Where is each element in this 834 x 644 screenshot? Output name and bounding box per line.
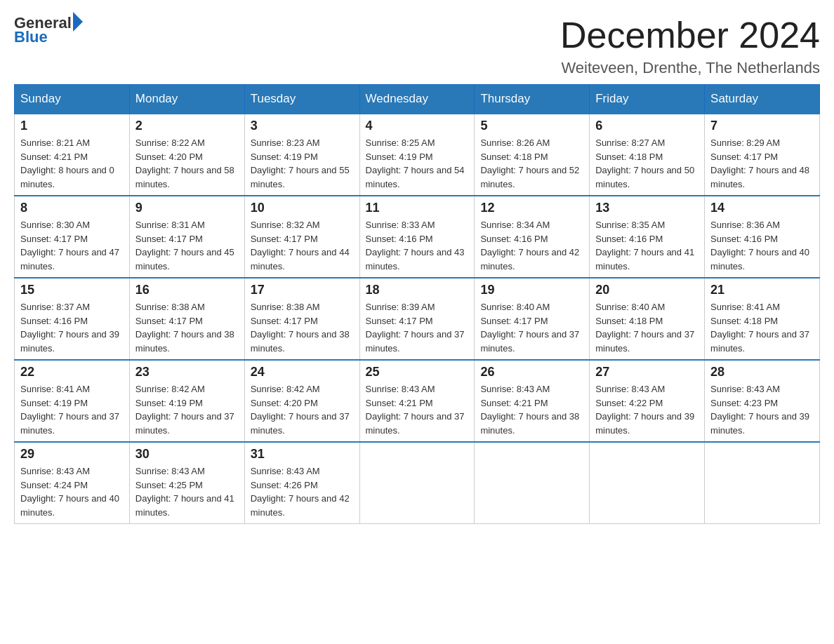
- calendar-cell: 8 Sunrise: 8:30 AMSunset: 4:17 PMDayligh…: [15, 196, 130, 278]
- month-year-title: December 2024: [560, 14, 820, 56]
- day-info: Sunrise: 8:21 AMSunset: 4:21 PMDaylight:…: [20, 136, 124, 191]
- calendar-cell: [475, 442, 590, 524]
- calendar-cell: 13 Sunrise: 8:35 AMSunset: 4:16 PMDaylig…: [590, 196, 705, 278]
- calendar-cell: 27 Sunrise: 8:43 AMSunset: 4:22 PMDaylig…: [590, 360, 705, 442]
- calendar-cell: 5 Sunrise: 8:26 AMSunset: 4:18 PMDayligh…: [475, 114, 590, 196]
- day-info: Sunrise: 8:27 AMSunset: 4:18 PMDaylight:…: [595, 136, 699, 191]
- day-info: Sunrise: 8:31 AMSunset: 4:17 PMDaylight:…: [135, 218, 239, 273]
- day-info: Sunrise: 8:43 AMSunset: 4:21 PMDaylight:…: [480, 382, 583, 437]
- day-info: Sunrise: 8:37 AMSunset: 4:16 PMDaylight:…: [20, 300, 124, 355]
- calendar-cell: 23 Sunrise: 8:42 AMSunset: 4:19 PMDaylig…: [129, 360, 244, 442]
- day-number: 8: [20, 201, 124, 215]
- week-row-4: 22 Sunrise: 8:41 AMSunset: 4:19 PMDaylig…: [15, 360, 820, 442]
- calendar-cell: [705, 442, 820, 524]
- calendar-cell: 21 Sunrise: 8:41 AMSunset: 4:18 PMDaylig…: [705, 278, 820, 360]
- week-row-2: 8 Sunrise: 8:30 AMSunset: 4:17 PMDayligh…: [15, 196, 820, 278]
- day-number: 6: [595, 119, 699, 133]
- day-info: Sunrise: 8:26 AMSunset: 4:18 PMDaylight:…: [480, 136, 583, 191]
- calendar-cell: 1 Sunrise: 8:21 AMSunset: 4:21 PMDayligh…: [15, 114, 130, 196]
- day-number: 17: [251, 283, 354, 297]
- day-number: 15: [20, 283, 124, 297]
- day-number: 9: [135, 201, 239, 215]
- calendar-cell: 11 Sunrise: 8:33 AMSunset: 4:16 PMDaylig…: [359, 196, 475, 278]
- day-number: 22: [20, 365, 124, 380]
- day-info: Sunrise: 8:38 AMSunset: 4:17 PMDaylight:…: [251, 300, 354, 355]
- day-info: Sunrise: 8:43 AMSunset: 4:21 PMDaylight:…: [366, 382, 469, 437]
- day-info: Sunrise: 8:41 AMSunset: 4:19 PMDaylight:…: [20, 382, 124, 437]
- day-number: 18: [366, 283, 469, 297]
- day-number: 16: [135, 283, 239, 297]
- day-info: Sunrise: 8:35 AMSunset: 4:16 PMDaylight:…: [595, 218, 699, 273]
- logo: General Blue: [14, 14, 83, 46]
- day-info: Sunrise: 8:34 AMSunset: 4:16 PMDaylight:…: [480, 218, 583, 273]
- title-section: December 2024 Weiteveen, Drenthe, The Ne…: [560, 14, 820, 77]
- day-info: Sunrise: 8:25 AMSunset: 4:19 PMDaylight:…: [366, 136, 469, 191]
- calendar-cell: 4 Sunrise: 8:25 AMSunset: 4:19 PMDayligh…: [359, 114, 475, 196]
- day-number: 27: [595, 365, 699, 380]
- day-info: Sunrise: 8:32 AMSunset: 4:17 PMDaylight:…: [251, 218, 354, 273]
- calendar-cell: [590, 442, 705, 524]
- col-friday: Friday: [590, 85, 705, 114]
- day-number: 26: [480, 365, 583, 380]
- col-saturday: Saturday: [705, 85, 820, 114]
- day-number: 3: [251, 119, 354, 133]
- week-row-5: 29 Sunrise: 8:43 AMSunset: 4:24 PMDaylig…: [15, 442, 820, 524]
- day-number: 1: [20, 119, 124, 133]
- day-number: 19: [480, 283, 583, 297]
- calendar-cell: 26 Sunrise: 8:43 AMSunset: 4:21 PMDaylig…: [475, 360, 590, 442]
- week-row-3: 15 Sunrise: 8:37 AMSunset: 4:16 PMDaylig…: [15, 278, 820, 360]
- calendar-cell: 22 Sunrise: 8:41 AMSunset: 4:19 PMDaylig…: [15, 360, 130, 442]
- calendar-cell: 24 Sunrise: 8:42 AMSunset: 4:20 PMDaylig…: [244, 360, 359, 442]
- calendar-cell: 20 Sunrise: 8:40 AMSunset: 4:18 PMDaylig…: [590, 278, 705, 360]
- day-number: 28: [710, 365, 814, 380]
- day-number: 25: [366, 365, 469, 380]
- day-number: 5: [480, 119, 583, 133]
- day-number: 30: [135, 447, 239, 462]
- week-row-1: 1 Sunrise: 8:21 AMSunset: 4:21 PMDayligh…: [15, 114, 820, 196]
- col-wednesday: Wednesday: [359, 85, 475, 114]
- calendar-header-row: Sunday Monday Tuesday Wednesday Thursday…: [15, 85, 820, 114]
- col-sunday: Sunday: [15, 85, 130, 114]
- day-info: Sunrise: 8:40 AMSunset: 4:17 PMDaylight:…: [480, 300, 583, 355]
- day-number: 4: [366, 119, 469, 133]
- calendar-cell: [359, 442, 475, 524]
- day-info: Sunrise: 8:39 AMSunset: 4:17 PMDaylight:…: [366, 300, 469, 355]
- day-info: Sunrise: 8:43 AMSunset: 4:26 PMDaylight:…: [251, 464, 354, 519]
- calendar-cell: 14 Sunrise: 8:36 AMSunset: 4:16 PMDaylig…: [705, 196, 820, 278]
- calendar-cell: 15 Sunrise: 8:37 AMSunset: 4:16 PMDaylig…: [15, 278, 130, 360]
- calendar-cell: 3 Sunrise: 8:23 AMSunset: 4:19 PMDayligh…: [244, 114, 359, 196]
- day-number: 31: [251, 447, 354, 462]
- day-info: Sunrise: 8:43 AMSunset: 4:23 PMDaylight:…: [710, 382, 814, 437]
- day-info: Sunrise: 8:22 AMSunset: 4:20 PMDaylight:…: [135, 136, 239, 191]
- calendar-cell: 25 Sunrise: 8:43 AMSunset: 4:21 PMDaylig…: [359, 360, 475, 442]
- calendar-cell: 17 Sunrise: 8:38 AMSunset: 4:17 PMDaylig…: [244, 278, 359, 360]
- day-number: 7: [710, 119, 814, 133]
- calendar-cell: 10 Sunrise: 8:32 AMSunset: 4:17 PMDaylig…: [244, 196, 359, 278]
- day-info: Sunrise: 8:42 AMSunset: 4:20 PMDaylight:…: [251, 382, 354, 437]
- calendar-cell: 29 Sunrise: 8:43 AMSunset: 4:24 PMDaylig…: [15, 442, 130, 524]
- day-number: 24: [251, 365, 354, 380]
- col-monday: Monday: [129, 85, 244, 114]
- day-info: Sunrise: 8:38 AMSunset: 4:17 PMDaylight:…: [135, 300, 239, 355]
- day-info: Sunrise: 8:43 AMSunset: 4:25 PMDaylight:…: [135, 464, 239, 519]
- calendar-cell: 7 Sunrise: 8:29 AMSunset: 4:17 PMDayligh…: [705, 114, 820, 196]
- day-number: 20: [595, 283, 699, 297]
- day-number: 21: [710, 283, 814, 297]
- location-subtitle: Weiteveen, Drenthe, The Netherlands: [560, 59, 820, 77]
- calendar-cell: 16 Sunrise: 8:38 AMSunset: 4:17 PMDaylig…: [129, 278, 244, 360]
- day-number: 10: [251, 201, 354, 215]
- calendar-cell: 19 Sunrise: 8:40 AMSunset: 4:17 PMDaylig…: [475, 278, 590, 360]
- col-thursday: Thursday: [475, 85, 590, 114]
- calendar-cell: 28 Sunrise: 8:43 AMSunset: 4:23 PMDaylig…: [705, 360, 820, 442]
- logo-triangle-icon: [73, 12, 83, 32]
- calendar-cell: 30 Sunrise: 8:43 AMSunset: 4:25 PMDaylig…: [129, 442, 244, 524]
- col-tuesday: Tuesday: [244, 85, 359, 114]
- day-info: Sunrise: 8:33 AMSunset: 4:16 PMDaylight:…: [366, 218, 469, 273]
- calendar-cell: 9 Sunrise: 8:31 AMSunset: 4:17 PMDayligh…: [129, 196, 244, 278]
- day-number: 2: [135, 119, 239, 133]
- calendar-cell: 18 Sunrise: 8:39 AMSunset: 4:17 PMDaylig…: [359, 278, 475, 360]
- calendar-table: Sunday Monday Tuesday Wednesday Thursday…: [14, 84, 820, 524]
- calendar-cell: 6 Sunrise: 8:27 AMSunset: 4:18 PMDayligh…: [590, 114, 705, 196]
- day-info: Sunrise: 8:41 AMSunset: 4:18 PMDaylight:…: [710, 300, 814, 355]
- day-info: Sunrise: 8:29 AMSunset: 4:17 PMDaylight:…: [710, 136, 814, 191]
